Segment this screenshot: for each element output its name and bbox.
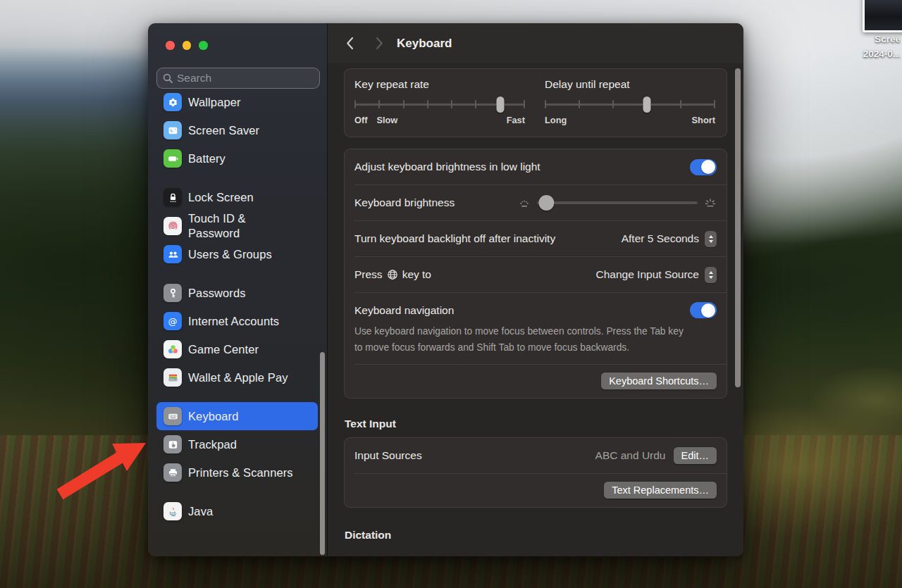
sidebar-item-wallpaper[interactable]: Wallpaper xyxy=(156,88,318,116)
main-scrollbar-thumb[interactable] xyxy=(735,68,741,387)
sidebar-item-battery[interactable]: Battery xyxy=(156,144,318,173)
key-repeat-label: Key repeat rate xyxy=(354,78,525,91)
globe-key-dropdown[interactable] xyxy=(705,267,717,283)
delay-label: Delay until repeat xyxy=(545,78,715,91)
printer-icon xyxy=(163,463,182,482)
sidebar-item-wallet[interactable]: Wallet & Apple Pay xyxy=(156,363,318,392)
brightness-slider-handle[interactable] xyxy=(539,195,555,211)
at-sign-icon: @ xyxy=(163,312,182,330)
java-icon xyxy=(163,502,182,520)
sidebar-item-internet-accounts[interactable]: @ Internet Accounts xyxy=(156,307,318,335)
sidebar-item-touch-id[interactable]: Touch ID & Password xyxy=(156,211,318,240)
sidebar-item-label: Battery xyxy=(188,151,226,166)
brightness-slider[interactable] xyxy=(537,195,698,211)
input-sources-row: Input Sources ABC and Urdu Edit… xyxy=(345,438,727,473)
text-input-card: Input Sources ABC and Urdu Edit… Text Re… xyxy=(344,437,727,508)
key-repeat-group: Key repeat rate Off Slow Fast xyxy=(354,78,525,127)
keyboard-navigation-description: Use keyboard navigation to move focus be… xyxy=(354,323,691,356)
desktop-file-label-line1: Scree xyxy=(837,32,901,47)
sidebar-item-label: Java xyxy=(188,504,213,519)
back-button[interactable] xyxy=(342,35,357,52)
users-icon xyxy=(163,245,182,263)
desktop-file-label-line2: 2024-0... xyxy=(837,47,901,62)
long-label: Long xyxy=(545,115,567,125)
fingerprint-icon xyxy=(163,217,182,235)
keyboard-shortcuts-button[interactable]: Keyboard Shortcuts… xyxy=(601,373,717,389)
sidebar-item-label: Keyboard xyxy=(188,409,238,424)
backlight-off-label: Turn keyboard backlight off after inacti… xyxy=(354,232,555,245)
sidebar-item-keyboard[interactable]: Keyboard xyxy=(156,402,318,430)
sidebar-item-label: Passwords xyxy=(188,286,246,301)
low-light-row: Adjust keyboard brightness in low light xyxy=(345,149,727,184)
input-sources-value: ABC and Urdu xyxy=(595,449,666,462)
sidebar-item-label: Internet Accounts xyxy=(188,314,279,329)
key-repeat-slider-handle[interactable] xyxy=(497,96,505,113)
game-center-icon xyxy=(163,340,182,358)
close-button[interactable] xyxy=(166,41,175,50)
keyboard-brightness-high-icon xyxy=(704,198,717,208)
sidebar-item-game-center[interactable]: Game Center xyxy=(156,335,318,363)
off-label: Off xyxy=(354,115,367,125)
globe-key-row: Press key to Change Input Source xyxy=(345,257,727,292)
search-input[interactable] xyxy=(177,72,318,85)
sidebar-list: Wallpaper Screen Saver Battery xyxy=(156,88,318,536)
backlight-off-dropdown[interactable] xyxy=(705,231,717,247)
desktop: Scree 2024-0... xyxy=(0,0,902,588)
sidebar: Wallpaper Screen Saver Battery xyxy=(148,23,328,556)
brightness-row: Keyboard brightness xyxy=(345,185,727,220)
screen-saver-icon xyxy=(163,121,182,139)
search-icon xyxy=(163,73,173,83)
zoom-button[interactable] xyxy=(199,41,208,50)
shortcuts-button-row: Keyboard Shortcuts… xyxy=(345,365,727,398)
sidebar-item-label: Printers & Scanners xyxy=(188,465,293,480)
sidebar-item-java[interactable]: Java xyxy=(156,497,318,525)
key-repeat-slider[interactable] xyxy=(354,96,525,113)
wallet-icon xyxy=(163,368,182,387)
minimize-button[interactable] xyxy=(183,41,192,50)
keyboard-brightness-low-icon xyxy=(518,198,531,208)
sidebar-item-trackpad[interactable]: Trackpad xyxy=(156,430,318,458)
key-icon xyxy=(163,284,182,302)
sidebar-item-printers[interactable]: Printers & Scanners xyxy=(156,458,318,487)
sidebar-item-label: Touch ID & Password xyxy=(188,211,263,240)
key-repeat-end-labels: Off Slow Fast xyxy=(354,115,525,127)
short-label: Short xyxy=(692,115,715,125)
sidebar-item-label: Trackpad xyxy=(188,437,237,452)
text-replacements-row: Text Replacements… xyxy=(345,474,727,507)
delay-slider[interactable] xyxy=(545,96,715,113)
fast-label: Fast xyxy=(507,115,525,125)
sidebar-item-label: Wallpaper xyxy=(188,95,241,110)
input-sources-label: Input Sources xyxy=(354,449,422,462)
sidebar-item-passwords[interactable]: Passwords xyxy=(156,279,318,307)
desktop-file-icon[interactable] xyxy=(863,0,902,32)
low-light-label: Adjust keyboard brightness in low light xyxy=(354,161,540,173)
battery-icon xyxy=(163,149,182,168)
text-replacements-button[interactable]: Text Replacements… xyxy=(604,482,717,499)
sidebar-item-label: Users & Groups xyxy=(188,247,272,262)
forward-button[interactable] xyxy=(371,35,387,52)
keyboard-settings-card: Adjust keyboard brightness in low light … xyxy=(344,149,727,399)
traffic-lights xyxy=(166,41,208,50)
sidebar-item-label: Lock Screen xyxy=(188,190,254,205)
page-title: Keyboard xyxy=(397,37,452,51)
delay-slider-handle[interactable] xyxy=(643,96,651,113)
sidebar-scrollbar-thumb[interactable] xyxy=(320,352,325,555)
sidebar-item-users-groups[interactable]: Users & Groups xyxy=(156,240,318,268)
keyboard-navigation-toggle[interactable] xyxy=(690,302,717,318)
sidebar-item-label: Screen Saver xyxy=(188,123,259,138)
globe-key-value: Change Input Source xyxy=(596,268,700,281)
sidebar-item-label: Wallet & Apple Pay xyxy=(188,370,288,385)
main-content: Key repeat rate Off Slow Fast xyxy=(328,63,743,542)
brightness-label: Keyboard brightness xyxy=(354,196,455,209)
globe-key-label-suffix: key to xyxy=(402,268,431,281)
lock-icon xyxy=(163,188,182,206)
keyboard-navigation-label: Keyboard navigation xyxy=(354,304,454,317)
edit-input-sources-button[interactable]: Edit… xyxy=(674,447,717,464)
sidebar-item-lock-screen[interactable]: Lock Screen xyxy=(156,183,318,211)
screenshot-thumbnail xyxy=(865,0,902,30)
search-field[interactable] xyxy=(156,68,320,89)
desktop-file-label[interactable]: Scree 2024-0... xyxy=(837,32,901,62)
main-pane: Keyboard Key repeat rate Off Sl xyxy=(328,23,743,556)
low-light-toggle[interactable] xyxy=(690,159,717,175)
sidebar-item-screen-saver[interactable]: Screen Saver xyxy=(156,116,318,144)
